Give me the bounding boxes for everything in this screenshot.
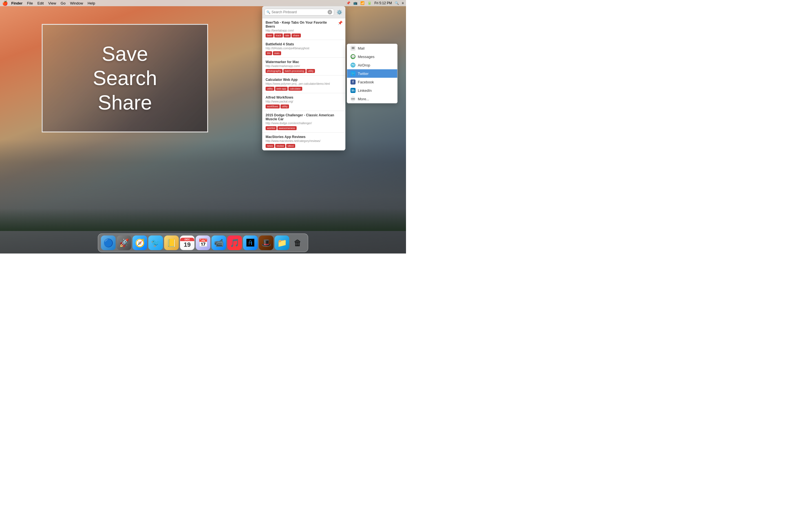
pin-tags: photographybatch-processingutility	[266, 69, 342, 73]
pin-tag[interactable]: utility	[266, 87, 274, 91]
apple-menu[interactable]: 🍎	[2, 1, 8, 6]
dock-icon-symbol: 🔵	[103, 238, 113, 247]
pin-item[interactable]: Watermarker for Mac http://watermarkerap…	[262, 58, 345, 75]
dock-icon-trash[interactable]: 🗑 Trash	[290, 235, 305, 250]
pin-tag[interactable]: news	[266, 144, 274, 148]
dock-icon-symbol: 🐦	[151, 238, 161, 247]
pin-title: MacStories App Reviews	[266, 135, 342, 139]
dock-icon-symbol: 🧭	[135, 238, 145, 247]
dock-icon-symbol: 📒	[167, 238, 176, 247]
share-item-moremore[interactable]: ••• More...	[347, 95, 397, 103]
dock-icon-symbol: 🗑	[294, 238, 302, 247]
clear-search-button[interactable]: ✕	[327, 10, 332, 14]
pin-url: https://www.polymer-proj...per-calculato…	[266, 82, 342, 86]
dock-icon-symbol: 🅰	[246, 238, 254, 247]
dock-icon-twitterific[interactable]: 🐦 Twitterific	[148, 235, 163, 250]
pin-tag[interactable]: share	[292, 34, 301, 38]
linkedin-share-icon: in	[350, 88, 356, 93]
pin-url: http://www.macstories.net/category/revie…	[266, 139, 342, 143]
dock-icon-files[interactable]: 📁 Files	[274, 235, 289, 250]
pin-item[interactable]: 2015 Dodge Challenger - Classic American…	[262, 111, 345, 133]
menu-window[interactable]: Window	[70, 1, 83, 5]
menubar-right: 📌 📺 📶 🔋 Fri 5:12 PM 🔍 ≡	[346, 1, 404, 5]
share-label-facebook: Facebook	[358, 80, 374, 84]
pin-tag[interactable]: awesomeness	[277, 126, 297, 130]
mail-share-icon: ✉	[350, 46, 356, 51]
desktop: 🍎 Finder File Edit View Go Window Help 📌…	[0, 0, 406, 253]
more-share-icon: •••	[350, 96, 356, 101]
share-item-facebook[interactable]: f Facebook	[347, 78, 397, 86]
dock-icon-alfred[interactable]: 🎩 Alfred	[259, 235, 273, 250]
menu-go[interactable]: Go	[61, 1, 65, 5]
promo-line-1: Save	[93, 42, 157, 66]
twitter-share-icon: 🐦	[350, 71, 356, 76]
pin-item[interactable]: Calculator Web App https://www.polymer-p…	[262, 75, 345, 93]
search-input[interactable]	[271, 10, 326, 14]
pin-tag[interactable]: review	[275, 144, 285, 148]
dock-icon-launchpad[interactable]: 🚀 Launchpad	[117, 235, 132, 250]
pin-tag[interactable]: calculator	[289, 87, 302, 91]
menubar: 🍎 Finder File Edit View Go Window Help 📌…	[0, 0, 406, 6]
pin-tag[interactable]: utility	[306, 69, 315, 73]
pin-tags: bf4stats	[266, 51, 342, 55]
pin-tag[interactable]: viticci	[286, 144, 295, 148]
pin-tag[interactable]: utility	[281, 105, 289, 108]
trees-decoration	[0, 209, 406, 231]
pin-item[interactable]: Alfred Workflows http://www.packal.org/ …	[262, 93, 345, 111]
share-item-twitter[interactable]: 🐦 Twitter	[347, 69, 397, 78]
menu-edit[interactable]: Edit	[38, 1, 44, 5]
dock-icon-fantastical[interactable]: 📅 Fantastical	[196, 235, 210, 250]
share-item-messages[interactable]: 💬 Messages	[347, 52, 397, 61]
menu-finder[interactable]: Finder	[11, 1, 22, 5]
share-label-more...: More...	[358, 97, 369, 101]
pinboard-panel: 🔍 ✕ ⚙️ 📌 BeerTab - Keep Tabs On Your Fav…	[262, 6, 345, 151]
calendar-month: DEC	[180, 238, 194, 241]
search-icon: 🔍	[266, 10, 270, 14]
pin-tag[interactable]: wishlist	[266, 126, 276, 130]
dock-icon-contacts[interactable]: 📒 Contacts	[164, 235, 179, 250]
menu-view[interactable]: View	[48, 1, 56, 5]
pin-indicator: 📌	[338, 20, 343, 25]
dock-icon-music[interactable]: 🎵 Music	[227, 235, 242, 250]
pin-tag[interactable]: stats	[273, 51, 281, 55]
pin-tag[interactable]: track	[274, 34, 283, 38]
search-menubar-icon[interactable]: 🔍	[395, 1, 399, 5]
dock-icon-symbol: 🎩	[261, 238, 271, 247]
settings-button[interactable]: ⚙️	[336, 8, 343, 16]
calendar-day: 19	[184, 242, 191, 248]
pin-tags: workflowsutility	[266, 105, 342, 108]
pin-item[interactable]: Battlefield 4 Stats http://bf4stats.com/…	[262, 40, 345, 58]
pin-title: Alfred Workflows	[266, 96, 342, 100]
share-item-airdrop[interactable]: 〜 AirDrop	[347, 61, 397, 69]
pin-item[interactable]: 📌 BeerTab - Keep Tabs On Your Favorite B…	[262, 18, 345, 40]
facebook-share-icon: f	[350, 79, 356, 84]
pin-tag[interactable]: bf4	[266, 51, 272, 55]
airplay-icon[interactable]: 📺	[353, 1, 357, 5]
promo-window: Save Search Share	[42, 24, 208, 132]
dock-icon-symbol: 🎵	[230, 238, 240, 247]
dock-icon-finder[interactable]: 🔵 Finder	[101, 235, 116, 250]
dock-icon-symbol: 📅	[198, 238, 208, 247]
dock-icon-safari[interactable]: 🧭 Safari	[133, 235, 147, 250]
share-item-linkedin[interactable]: in LinkedIn	[347, 86, 397, 95]
pin-url: http://www.packal.org/	[266, 100, 342, 103]
bullets-icon[interactable]: ≡	[402, 1, 404, 5]
wifi-icon[interactable]: 📶	[360, 1, 364, 5]
pin-tags: wishlistawesomeness	[266, 126, 342, 130]
pin-item[interactable]: MacStories App Reviews http://www.macsto…	[262, 133, 345, 151]
dock-icon-facetime[interactable]: 📹 FaceTime	[211, 235, 226, 250]
dock-icon-app-store[interactable]: 🅰 App Store	[243, 235, 258, 250]
pin-tag[interactable]: batch-processing	[283, 69, 306, 73]
pin-tag[interactable]: web-app	[275, 87, 288, 91]
menu-help[interactable]: Help	[88, 1, 95, 5]
menu-file[interactable]: File	[27, 1, 33, 5]
pin-tag[interactable]: photography	[266, 69, 283, 73]
share-label-mail: Mail	[358, 46, 364, 50]
pin-tag[interactable]: rate	[284, 34, 291, 38]
share-item-mail[interactable]: ✉ Mail	[347, 44, 397, 52]
pin-tag[interactable]: workflows	[266, 105, 280, 108]
dock-icon-calendar[interactable]: DEC 19 Calendar	[180, 235, 195, 250]
pin-title: Watermarker for Mac	[266, 60, 342, 64]
search-box[interactable]: 🔍 ✕	[264, 9, 334, 15]
pin-tag[interactable]: beer	[266, 34, 273, 38]
